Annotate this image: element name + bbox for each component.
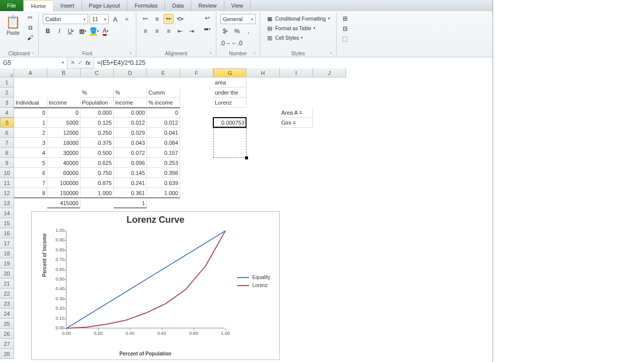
cell-E5[interactable]: 0.012 xyxy=(147,118,180,128)
percent-icon[interactable]: % xyxy=(232,26,242,36)
cell-C2[interactable]: % xyxy=(80,87,114,98)
cell-B3[interactable]: Income xyxy=(47,98,80,108)
format-cells-icon[interactable]: ⬚ xyxy=(341,34,350,43)
cell-D2[interactable]: % xyxy=(114,87,147,98)
bold-icon[interactable]: B xyxy=(43,26,53,36)
paste-button[interactable]: 📋 Paste xyxy=(3,13,23,37)
cell-E4[interactable]: 0 xyxy=(147,108,180,118)
delete-cells-icon[interactable]: ⊟ xyxy=(341,24,350,33)
align-bottom-icon[interactable]: ⬵ xyxy=(164,14,174,24)
col-header-G[interactable]: G xyxy=(213,68,247,77)
increase-indent-icon[interactable]: ⇥ xyxy=(187,26,197,36)
cancel-formula-icon[interactable]: ✕ xyxy=(70,59,75,66)
cell-D13[interactable]: 1 xyxy=(114,198,147,208)
row-header-21[interactable]: 21 xyxy=(0,279,14,289)
cell-D11[interactable]: 0.241 xyxy=(114,178,147,188)
cell-A6[interactable]: 2 xyxy=(14,128,47,138)
row-header-11[interactable]: 11 xyxy=(0,178,14,188)
cell-G3[interactable]: Lorenz xyxy=(213,98,247,108)
row-header-1[interactable]: 1 xyxy=(0,77,14,87)
row-header-13[interactable]: 13 xyxy=(0,198,14,208)
cell-C9[interactable]: 0.625 xyxy=(80,158,114,168)
tab-home[interactable]: Home xyxy=(24,0,53,11)
cell-B6[interactable]: 12000 xyxy=(47,128,80,138)
cell-D6[interactable]: 0.029 xyxy=(114,128,147,138)
cell-E9[interactable]: 0.253 xyxy=(147,158,180,168)
fx-icon[interactable]: fx xyxy=(86,60,91,66)
cell-G1[interactable]: area xyxy=(213,77,247,87)
cell-E2[interactable]: Cumm xyxy=(147,87,180,98)
cell-C11[interactable]: 0.875 xyxy=(80,178,114,188)
cell-A3[interactable]: Individual xyxy=(14,98,47,108)
row-header-7[interactable]: 7 xyxy=(0,138,14,148)
row-header-25[interactable]: 25 xyxy=(0,319,14,329)
cell-B11[interactable]: 100000 xyxy=(47,178,80,188)
row-header-4[interactable]: 4 xyxy=(0,108,14,118)
row-header-23[interactable]: 23 xyxy=(0,299,14,309)
tab-file[interactable]: File xyxy=(0,0,24,11)
col-header-E[interactable]: E xyxy=(147,68,180,77)
align-center-icon[interactable]: ≡ xyxy=(152,26,162,36)
increase-decimal-icon[interactable]: .0→ xyxy=(220,38,230,48)
cell-D3[interactable]: income xyxy=(114,98,147,108)
col-header-B[interactable]: B xyxy=(47,68,80,77)
row-header-18[interactable]: 18 xyxy=(0,248,14,258)
cell-D12[interactable]: 0.361 xyxy=(114,188,147,198)
format-painter-icon[interactable]: 🖌 xyxy=(25,33,35,42)
cell-I4[interactable]: Area A = xyxy=(280,108,313,118)
row-header-3[interactable]: 3 xyxy=(0,98,14,108)
shrink-font-icon[interactable]: A xyxy=(122,14,132,24)
decrease-decimal-icon[interactable]: ←.0 xyxy=(232,38,242,48)
cell-A10[interactable]: 6 xyxy=(14,168,47,178)
merge-icon[interactable]: ⬌▾ xyxy=(202,24,213,34)
insert-cells-icon[interactable]: ⊞ xyxy=(341,14,350,23)
row-header-12[interactable]: 12 xyxy=(0,188,14,198)
cell-D9[interactable]: 0.096 xyxy=(114,158,147,168)
cell-A12[interactable]: 8 xyxy=(14,188,47,198)
tab-pagelayout[interactable]: Page Layout xyxy=(82,0,128,11)
name-box[interactable]: G5▾ xyxy=(0,57,67,68)
row-header-28[interactable]: 28 xyxy=(0,349,14,359)
cell-D7[interactable]: 0.043 xyxy=(114,138,147,148)
lorenz-chart[interactable]: Lorenz Curve Percent of Income 0.000.100… xyxy=(31,211,280,360)
cell-D10[interactable]: 0.145 xyxy=(114,168,147,178)
font-color-icon[interactable]: A▾ xyxy=(101,26,111,36)
font-name-select[interactable]: Calibri▾ xyxy=(43,14,88,24)
cell-C5[interactable]: 0.125 xyxy=(80,118,114,128)
cell-A8[interactable]: 4 xyxy=(14,148,47,158)
cell-A5[interactable]: 1 xyxy=(14,118,47,128)
cell-C7[interactable]: 0.375 xyxy=(80,138,114,148)
cell-C3[interactable]: Population xyxy=(80,98,114,108)
col-header-C[interactable]: C xyxy=(80,68,114,77)
row-header-5[interactable]: 5 xyxy=(0,118,14,128)
copy-icon[interactable]: ⧉ xyxy=(25,23,35,32)
cell-B5[interactable]: 5000 xyxy=(47,118,80,128)
conditional-formatting-button[interactable]: ▦Conditional Formatting▾ xyxy=(264,14,332,23)
tab-formulas[interactable]: Formulas xyxy=(127,0,165,11)
align-middle-icon[interactable]: ≡ xyxy=(152,14,162,24)
tab-insert[interactable]: Insert xyxy=(53,0,82,11)
row-header-19[interactable]: 19 xyxy=(0,258,14,268)
border-icon[interactable]: ▦▾ xyxy=(77,26,88,36)
cell-B9[interactable]: 40000 xyxy=(47,158,80,168)
cell-C12[interactable]: 1.000 xyxy=(80,188,114,198)
col-header-I[interactable]: I xyxy=(280,68,313,77)
cell-B4[interactable]: 0 xyxy=(47,108,80,118)
orientation-icon[interactable]: ⟲▾ xyxy=(175,14,185,24)
cell-E8[interactable]: 0.157 xyxy=(147,148,180,158)
cell-E3[interactable]: % income xyxy=(147,98,180,108)
row-header-26[interactable]: 26 xyxy=(0,329,14,339)
col-header-F[interactable]: F xyxy=(180,68,213,77)
cell-C8[interactable]: 0.500 xyxy=(80,148,114,158)
row-header-22[interactable]: 22 xyxy=(0,289,14,299)
cell-G2[interactable]: under the xyxy=(213,87,247,98)
col-header-A[interactable]: A xyxy=(14,68,47,77)
select-all-corner[interactable] xyxy=(0,68,14,77)
align-right-icon[interactable]: ≡ xyxy=(164,26,174,36)
col-header-D[interactable]: D xyxy=(114,68,147,77)
row-header-27[interactable]: 27 xyxy=(0,339,14,349)
row-header-9[interactable]: 9 xyxy=(0,158,14,168)
cell-C6[interactable]: 0.250 xyxy=(80,128,114,138)
cell-B8[interactable]: 30000 xyxy=(47,148,80,158)
row-header-16[interactable]: 16 xyxy=(0,228,14,238)
